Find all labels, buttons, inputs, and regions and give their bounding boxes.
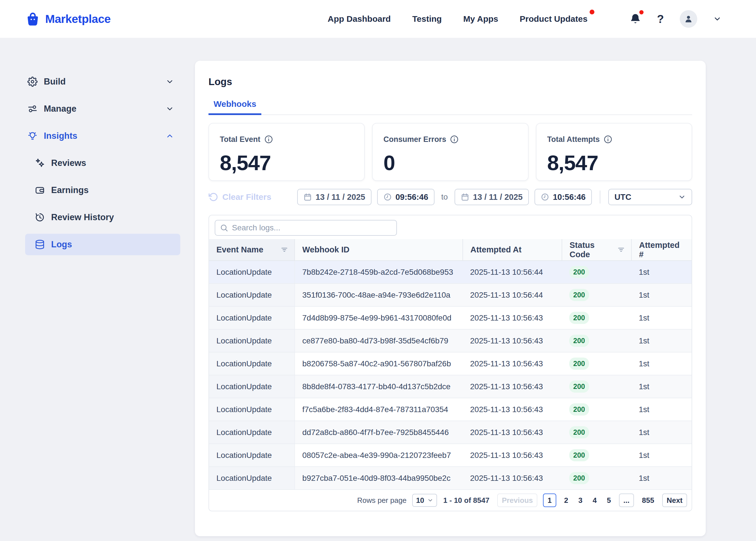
column-header-attempted-at[interactable]: Attempted At xyxy=(463,239,562,261)
event-name-cell: LocationUpdate xyxy=(209,283,295,306)
sidebar-item-reviews[interactable]: Reviews xyxy=(25,152,180,174)
filter-icon[interactable] xyxy=(281,246,288,254)
table-row[interactable]: LocationUpdateb927cba7-051e-40d9-8f03-44… xyxy=(209,467,692,490)
stats-row: Total Event 8,547 Consumer Errors 0 Tota… xyxy=(208,123,692,181)
nav-my-apps[interactable]: My Apps xyxy=(463,14,498,24)
notifications-button[interactable] xyxy=(630,13,641,25)
table-row[interactable]: LocationUpdate7b8b242e-2718-459b-a2cd-7e… xyxy=(209,261,692,283)
from-time-picker[interactable]: 09:56:46 xyxy=(377,189,434,205)
to-time-picker[interactable]: 10:56:46 xyxy=(535,189,592,205)
sidebar-item-label: Earnings xyxy=(51,185,89,195)
user-menu-chevron[interactable] xyxy=(713,15,721,23)
to-date-picker[interactable]: 13 / 11 / 2025 xyxy=(454,189,529,205)
info-icon[interactable] xyxy=(264,135,273,144)
nav-app-dashboard[interactable]: App Dashboard xyxy=(328,14,391,24)
column-header-attempted[interactable]: Attempted # xyxy=(631,239,692,261)
sidebar-item-insights[interactable]: Insights xyxy=(25,125,180,147)
event-name-cell: LocationUpdate xyxy=(209,375,295,398)
info-icon[interactable] xyxy=(604,135,613,144)
table-row[interactable]: LocationUpdatedd72a8cb-a860-4f7f-b7ee-79… xyxy=(209,421,692,444)
stat-label: Consumer Errors xyxy=(383,135,446,144)
page-button-2[interactable]: 2 xyxy=(562,496,570,505)
rows-per-page-label: Rows per page xyxy=(357,496,406,505)
webhook-id-cell: b8206758-5a87-40c2-a901-567807baf26b xyxy=(295,352,463,375)
webhook-id-cell: dd72a8cb-a860-4f7f-b7ee-7925b8455446 xyxy=(295,421,463,444)
timezone-select[interactable]: UTC xyxy=(608,189,692,205)
next-page-button[interactable]: Next xyxy=(662,493,687,507)
sidebar-item-earnings[interactable]: Earnings xyxy=(25,180,180,201)
stat-label: Total Event xyxy=(220,135,260,144)
pagination-range: 1 - 10 of 8547 xyxy=(443,496,489,505)
sidebar-item-build[interactable]: Build xyxy=(25,71,180,92)
event-name-cell: LocationUpdate xyxy=(209,444,295,467)
rows-per-page-select[interactable]: 10 xyxy=(412,494,437,507)
table-row[interactable]: LocationUpdate08057c2e-abea-4e39-990a-21… xyxy=(209,444,692,467)
sidebar-item-manage[interactable]: Manage xyxy=(25,98,180,120)
tab-webhooks[interactable]: Webhooks xyxy=(208,99,261,115)
page-title: Logs xyxy=(208,61,692,87)
sidebar-item-review-history[interactable]: Review History xyxy=(25,207,180,228)
event-name-cell: LocationUpdate xyxy=(209,352,295,375)
status-code-cell: 200 xyxy=(562,398,631,421)
nav-product-updates[interactable]: Product Updates xyxy=(520,14,588,24)
sidebar-item-logs[interactable]: Logs xyxy=(25,234,180,255)
column-header-event-name[interactable]: Event Name xyxy=(209,239,295,261)
filter-row: Clear Filters 13 / 11 / 2025 09:56:46 to xyxy=(208,189,692,205)
stat-label: Total Attempts xyxy=(547,135,600,144)
chevron-down-icon xyxy=(427,497,433,503)
table-row[interactable]: LocationUpdate351f0136-700c-48ae-a94e-79… xyxy=(209,283,692,306)
status-code-cell: 200 xyxy=(562,329,631,352)
sparkles-icon xyxy=(35,158,45,168)
stat-card-total-event: Total Event 8,547 xyxy=(208,123,365,181)
event-name-cell: LocationUpdate xyxy=(209,306,295,329)
table-row[interactable]: LocationUpdate8b8de8f4-0783-4177-bb40-4d… xyxy=(209,375,692,398)
from-date-picker[interactable]: 13 / 11 / 2025 xyxy=(297,189,372,205)
search-input[interactable] xyxy=(232,223,392,232)
sidebar-item-label: Reviews xyxy=(51,158,86,168)
table-row[interactable]: LocationUpdatece877e80-ba80-4d73-b98f-35… xyxy=(209,329,692,352)
user-avatar[interactable] xyxy=(680,10,697,28)
event-name-cell: LocationUpdate xyxy=(209,261,295,283)
chevron-down-icon xyxy=(165,105,174,113)
attempted-at-cell: 2025-11-13 10:56:43 xyxy=(463,375,562,398)
ellipsis-page-button[interactable]: ... xyxy=(619,493,634,507)
info-icon[interactable] xyxy=(450,135,459,144)
previous-page-button[interactable]: Previous xyxy=(497,493,537,507)
database-icon xyxy=(35,240,45,250)
status-code-cell: 200 xyxy=(562,467,631,490)
page-button-3[interactable]: 3 xyxy=(576,496,585,505)
table-row[interactable]: LocationUpdatef7c5a6be-2f83-4dd4-87e4-78… xyxy=(209,398,692,421)
webhook-id-cell: 8b8de8f4-0783-4177-bb40-4d137c5b2dce xyxy=(295,375,463,398)
sidebar-item-label: Manage xyxy=(44,104,76,114)
chevron-down-icon xyxy=(165,77,174,86)
page-button-4[interactable]: 4 xyxy=(591,496,599,505)
column-header-webhook-id[interactable]: Webhook ID xyxy=(295,239,463,261)
status-badge: 200 xyxy=(569,472,589,484)
brand-name: Marketplace xyxy=(45,12,111,26)
nav-testing[interactable]: Testing xyxy=(412,14,441,24)
filter-icon[interactable] xyxy=(617,246,625,254)
clear-filters-button[interactable]: Clear Filters xyxy=(208,192,271,202)
gear-icon xyxy=(27,77,38,87)
user-icon xyxy=(683,14,693,24)
page-button-1[interactable]: 1 xyxy=(543,493,556,507)
table-row[interactable]: LocationUpdate7d4d8b99-875e-4e99-b961-43… xyxy=(209,306,692,329)
stat-value: 8,547 xyxy=(547,151,681,175)
page-button-5[interactable]: 5 xyxy=(605,496,613,505)
status-badge: 200 xyxy=(569,312,589,324)
attempted-at-cell: 2025-11-13 10:56:43 xyxy=(463,306,562,329)
column-header-status-code[interactable]: Status Code xyxy=(562,239,631,261)
webhook-id-cell: 351f0136-700c-48ae-a94e-793e6d2e110a xyxy=(295,283,463,306)
sidebar-item-label: Build xyxy=(44,77,66,87)
sidebar-item-label: Logs xyxy=(51,240,72,250)
attempt-number-cell: 1st xyxy=(631,467,692,490)
chevron-down-icon xyxy=(713,15,721,23)
notification-dot xyxy=(639,10,643,14)
calendar-icon xyxy=(303,193,312,201)
marketplace-logo[interactable]: Marketplace xyxy=(25,11,111,27)
last-page-button[interactable]: 855 xyxy=(639,496,656,505)
notification-dot xyxy=(590,10,595,14)
help-button[interactable]: ? xyxy=(657,13,664,25)
table-row[interactable]: LocationUpdateb8206758-5a87-40c2-a901-56… xyxy=(209,352,692,375)
chevron-down-icon xyxy=(678,193,686,201)
